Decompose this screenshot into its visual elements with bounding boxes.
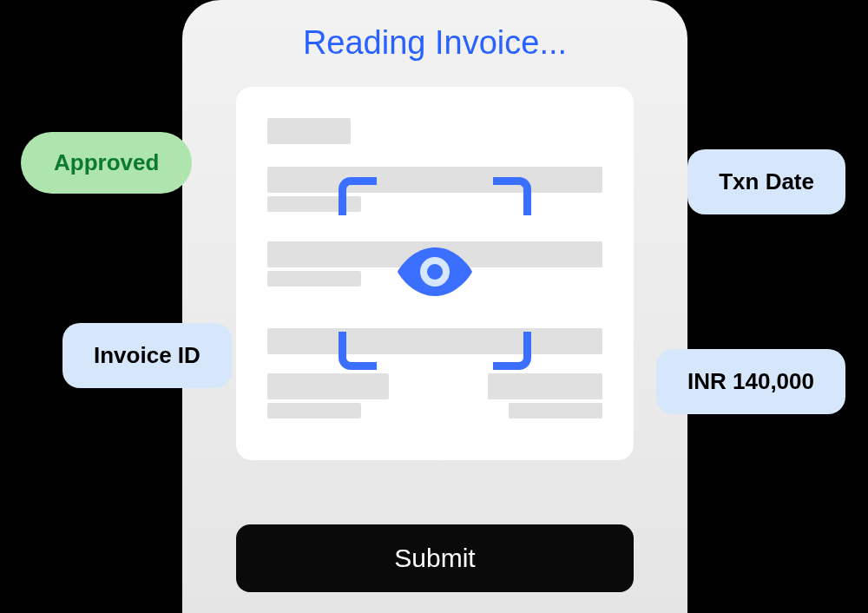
scan-corner [493,177,531,215]
eye-icon [398,247,472,300]
doc-placeholder-line [509,403,602,419]
status-title: Reading Invoice... [182,24,687,62]
scan-corner [339,177,377,215]
doc-placeholder-line [267,373,389,399]
extracted-field-invoice-id: Invoice ID [62,323,232,388]
submit-button[interactable]: Submit [236,524,634,592]
document-preview [236,87,634,460]
status-badge-approved: Approved [21,132,192,194]
extracted-field-amount: INR 140,000 [656,349,845,414]
doc-placeholder-line [267,403,361,419]
svg-point-1 [427,264,443,280]
scan-frame [339,177,531,370]
scan-corner [339,332,377,370]
doc-placeholder-line [267,118,351,144]
scan-corner [493,332,531,370]
extracted-field-txn-date: Txn Date [687,149,845,214]
invoice-reader-card: Reading Invoice... Submit [182,0,687,613]
doc-placeholder-line [488,373,602,399]
